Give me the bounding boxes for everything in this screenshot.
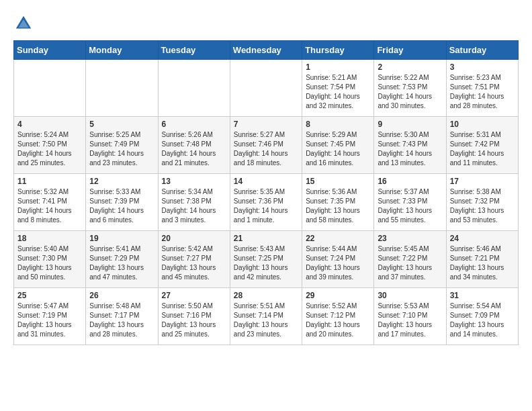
day-number: 2 [378,62,442,72]
day-info: Sunrise: 5:51 AM Sunset: 7:14 PM Dayligh… [234,302,298,339]
calendar-cell: 29Sunrise: 5:52 AM Sunset: 7:12 PM Dayli… [302,288,374,345]
calendar-cell: 14Sunrise: 5:35 AM Sunset: 7:36 PM Dayli… [230,174,302,231]
day-info: Sunrise: 5:30 AM Sunset: 7:43 PM Dayligh… [378,130,442,168]
calendar-week-4: 18Sunrise: 5:40 AM Sunset: 7:30 PM Dayli… [14,231,519,288]
day-number: 18 [17,234,82,243]
calendar-cell: 21Sunrise: 5:43 AM Sunset: 7:25 PM Dayli… [230,231,302,288]
calendar-cell [230,60,302,117]
day-info: Sunrise: 5:38 AM Sunset: 7:32 PM Dayligh… [450,187,515,225]
day-number: 24 [450,234,515,243]
day-info: Sunrise: 5:44 AM Sunset: 7:24 PM Dayligh… [306,244,370,282]
day-info: Sunrise: 5:22 AM Sunset: 7:53 PM Dayligh… [378,73,442,111]
day-info: Sunrise: 5:32 AM Sunset: 7:41 PM Dayligh… [17,187,82,225]
calendar-cell: 11Sunrise: 5:32 AM Sunset: 7:41 PM Dayli… [14,174,86,231]
calendar-cell: 13Sunrise: 5:34 AM Sunset: 7:38 PM Dayli… [158,174,230,231]
calendar-cell: 4Sunrise: 5:24 AM Sunset: 7:50 PM Daylig… [14,117,86,174]
day-info: Sunrise: 5:41 AM Sunset: 7:29 PM Dayligh… [89,244,154,282]
day-info: Sunrise: 5:26 AM Sunset: 7:48 PM Dayligh… [162,130,226,168]
calendar-cell: 17Sunrise: 5:38 AM Sunset: 7:32 PM Dayli… [446,174,518,231]
day-number: 19 [89,234,154,243]
calendar-cell: 18Sunrise: 5:40 AM Sunset: 7:30 PM Dayli… [14,231,86,288]
logo-icon [13,13,34,34]
day-info: Sunrise: 5:37 AM Sunset: 7:33 PM Dayligh… [378,187,442,225]
day-header-saturday: Saturday [446,41,518,60]
day-number: 12 [89,177,154,186]
day-header-thursday: Thursday [302,41,374,60]
day-number: 17 [450,177,515,186]
calendar-week-3: 11Sunrise: 5:32 AM Sunset: 7:41 PM Dayli… [14,174,519,231]
calendar-week-2: 4Sunrise: 5:24 AM Sunset: 7:50 PM Daylig… [14,117,519,174]
day-info: Sunrise: 5:48 AM Sunset: 7:17 PM Dayligh… [89,302,154,339]
day-header-friday: Friday [374,41,446,60]
day-info: Sunrise: 5:24 AM Sunset: 7:50 PM Dayligh… [17,130,82,168]
calendar-cell: 9Sunrise: 5:30 AM Sunset: 7:43 PM Daylig… [374,117,446,174]
day-number: 13 [162,177,226,186]
day-number: 16 [378,177,442,186]
calendar-cell: 24Sunrise: 5:46 AM Sunset: 7:21 PM Dayli… [446,231,518,288]
day-info: Sunrise: 5:31 AM Sunset: 7:42 PM Dayligh… [450,130,515,168]
day-number: 10 [450,120,515,129]
day-number: 26 [89,291,154,300]
day-info: Sunrise: 5:27 AM Sunset: 7:46 PM Dayligh… [234,130,298,168]
day-info: Sunrise: 5:54 AM Sunset: 7:09 PM Dayligh… [450,302,515,339]
calendar-cell: 22Sunrise: 5:44 AM Sunset: 7:24 PM Dayli… [302,231,374,288]
calendar-week-1: 1Sunrise: 5:21 AM Sunset: 7:54 PM Daylig… [14,60,519,117]
calendar-cell: 1Sunrise: 5:21 AM Sunset: 7:54 PM Daylig… [302,60,374,117]
day-number: 5 [89,120,154,129]
day-header-wednesday: Wednesday [230,41,302,60]
day-info: Sunrise: 5:40 AM Sunset: 7:30 PM Dayligh… [17,244,82,282]
day-info: Sunrise: 5:53 AM Sunset: 7:10 PM Dayligh… [378,302,442,339]
day-number: 31 [450,291,515,300]
day-info: Sunrise: 5:46 AM Sunset: 7:21 PM Dayligh… [450,244,515,282]
day-info: Sunrise: 5:33 AM Sunset: 7:39 PM Dayligh… [89,187,154,225]
day-header-monday: Monday [86,41,158,60]
calendar-cell: 27Sunrise: 5:50 AM Sunset: 7:16 PM Dayli… [158,288,230,345]
calendar-cell [158,60,230,117]
day-number: 9 [378,120,442,129]
day-info: Sunrise: 5:52 AM Sunset: 7:12 PM Dayligh… [306,302,370,339]
day-info: Sunrise: 5:50 AM Sunset: 7:16 PM Dayligh… [162,302,226,339]
day-number: 28 [234,291,298,300]
calendar-cell: 3Sunrise: 5:23 AM Sunset: 7:51 PM Daylig… [446,60,518,117]
day-number: 21 [234,234,298,243]
calendar-cell: 6Sunrise: 5:26 AM Sunset: 7:48 PM Daylig… [158,117,230,174]
day-number: 14 [234,177,298,186]
calendar-cell: 19Sunrise: 5:41 AM Sunset: 7:29 PM Dayli… [86,231,158,288]
page-header [13,13,519,34]
day-number: 30 [378,291,442,300]
day-info: Sunrise: 5:21 AM Sunset: 7:54 PM Dayligh… [306,73,370,111]
calendar-cell: 26Sunrise: 5:48 AM Sunset: 7:17 PM Dayli… [86,288,158,345]
day-info: Sunrise: 5:45 AM Sunset: 7:22 PM Dayligh… [378,244,442,282]
day-number: 8 [306,120,370,129]
calendar-cell: 28Sunrise: 5:51 AM Sunset: 7:14 PM Dayli… [230,288,302,345]
calendar-cell: 15Sunrise: 5:36 AM Sunset: 7:35 PM Dayli… [302,174,374,231]
day-number: 25 [17,291,82,300]
calendar-cell: 5Sunrise: 5:25 AM Sunset: 7:49 PM Daylig… [86,117,158,174]
day-header-sunday: Sunday [14,41,86,60]
calendar-week-5: 25Sunrise: 5:47 AM Sunset: 7:19 PM Dayli… [14,288,519,345]
day-number: 23 [378,234,442,243]
day-number: 29 [306,291,370,300]
calendar-cell: 30Sunrise: 5:53 AM Sunset: 7:10 PM Dayli… [374,288,446,345]
day-number: 11 [17,177,82,186]
day-info: Sunrise: 5:23 AM Sunset: 7:51 PM Dayligh… [450,73,515,111]
calendar-cell: 8Sunrise: 5:29 AM Sunset: 7:45 PM Daylig… [302,117,374,174]
day-number: 15 [306,177,370,186]
day-info: Sunrise: 5:29 AM Sunset: 7:45 PM Dayligh… [306,130,370,168]
calendar-cell: 20Sunrise: 5:42 AM Sunset: 7:27 PM Dayli… [158,231,230,288]
day-number: 4 [17,120,82,129]
calendar-cell [86,60,158,117]
day-info: Sunrise: 5:25 AM Sunset: 7:49 PM Dayligh… [89,130,154,168]
calendar-cell: 7Sunrise: 5:27 AM Sunset: 7:46 PM Daylig… [230,117,302,174]
calendar-cell: 2Sunrise: 5:22 AM Sunset: 7:53 PM Daylig… [374,60,446,117]
day-number: 7 [234,120,298,129]
day-info: Sunrise: 5:43 AM Sunset: 7:25 PM Dayligh… [234,244,298,282]
calendar-cell: 12Sunrise: 5:33 AM Sunset: 7:39 PM Dayli… [86,174,158,231]
day-number: 20 [162,234,226,243]
calendar-cell: 31Sunrise: 5:54 AM Sunset: 7:09 PM Dayli… [446,288,518,345]
day-info: Sunrise: 5:47 AM Sunset: 7:19 PM Dayligh… [17,302,82,339]
day-info: Sunrise: 5:36 AM Sunset: 7:35 PM Dayligh… [306,187,370,225]
day-number: 6 [162,120,226,129]
day-header-tuesday: Tuesday [158,41,230,60]
day-number: 3 [450,62,515,72]
